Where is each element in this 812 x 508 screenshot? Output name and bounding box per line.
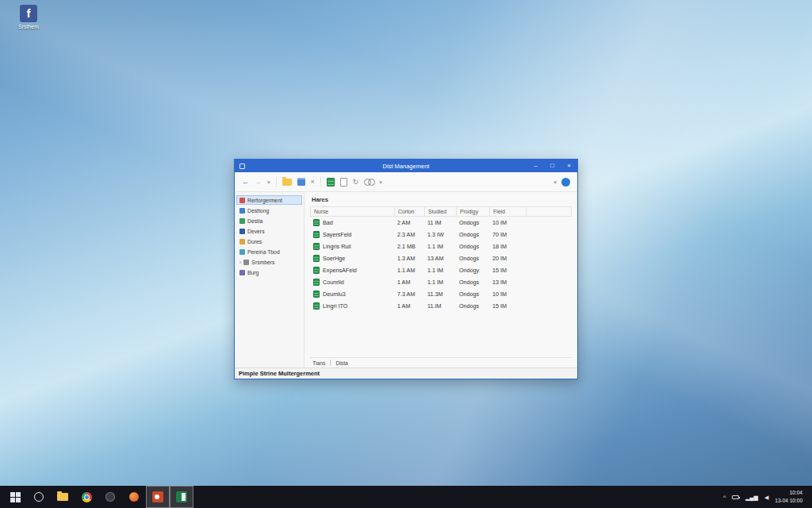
link-dropdown-icon[interactable]: ▾ (379, 179, 382, 185)
file-extra-cell: 15 IM (489, 267, 526, 274)
status-selection: Dista (335, 360, 348, 366)
powerpoint-button[interactable] (146, 486, 170, 508)
sidebar-item-label: Rerforgerment (247, 198, 282, 203)
taskbar-clock[interactable]: 10:04 13-04 10:00 (775, 489, 802, 505)
link-icon[interactable] (364, 179, 373, 185)
file-modified-cell: 11.3M (424, 291, 456, 298)
column-header[interactable]: Studied (425, 207, 457, 216)
properties-icon[interactable] (297, 178, 305, 186)
file-name-cell: Lingri ITO (310, 302, 394, 310)
file-extra-cell: 70 IM (489, 231, 526, 238)
table-row[interactable]: SayersFeld 2.3 AM 1.3 IW Ondogs 70 IM (310, 229, 572, 241)
excel-icon (176, 491, 187, 502)
file-explorer-button[interactable] (51, 486, 75, 508)
forward-icon[interactable]: → (255, 179, 262, 186)
minimize-button[interactable]: – (532, 160, 539, 171)
sidebar-item-pictures[interactable]: Dures (236, 237, 302, 246)
file-name-label: Lingris Ruil (323, 243, 351, 250)
table-row[interactable]: SoerHge 1.3 AM 13 AM Ondogs 20 IM (310, 252, 572, 264)
search-button[interactable] (27, 486, 51, 508)
column-header[interactable]: Field (490, 207, 527, 216)
videos-icon (239, 249, 245, 255)
back-icon[interactable]: ← (242, 179, 249, 186)
windows-logo-icon (10, 492, 21, 502)
window-title: Dist Management (235, 163, 577, 170)
clock-date: 13-04 10:00 (775, 497, 802, 505)
column-header[interactable] (527, 207, 571, 216)
breadcrumb: Hares (312, 196, 572, 203)
close-button[interactable]: × (565, 160, 573, 171)
tray-expand-icon[interactable]: ^ (723, 495, 726, 500)
file-name-label: Lingri ITO (323, 302, 347, 310)
help-icon[interactable] (561, 178, 570, 187)
recent-dropdown-icon[interactable]: ▾ (267, 179, 270, 185)
chrome-icon (82, 492, 92, 502)
volume-icon[interactable]: ◀ (764, 495, 768, 500)
table-row[interactable]: Deumlu3 7.3 AM 11.3M Ondogs 10 IM (310, 288, 572, 300)
close-x-icon[interactable]: × (311, 179, 315, 186)
file-size-cell: 7.3 AM (394, 291, 424, 298)
file-name-cell: Deumlu3 (310, 291, 394, 298)
file-modified-cell: 13 AM (424, 255, 456, 262)
excel-button[interactable] (170, 486, 193, 508)
sidebar-item-desktop[interactable]: Desttong (236, 206, 302, 215)
column-header[interactable]: Nurse (311, 207, 395, 216)
sidebar-item-label: Destia (247, 218, 262, 224)
file-modified-cell: 11.IM (424, 302, 456, 310)
network-icon[interactable]: ▂▄▆ (745, 495, 758, 500)
toolbar-separator (276, 177, 277, 187)
sidebar-item-videos[interactable]: Pereina Tbod (236, 247, 302, 256)
file-name-label: ExpensAFeld (323, 267, 357, 274)
refresh-icon[interactable]: ↻ (353, 179, 359, 186)
column-header[interactable]: Prodigy (457, 207, 490, 216)
powerpoint-icon (152, 491, 163, 502)
battery-icon[interactable] (732, 495, 739, 499)
file-name-label: Counrlid (323, 279, 344, 286)
spreadsheet-tool-icon[interactable] (327, 178, 335, 187)
file-name-cell: ExpensAFeld (310, 267, 394, 274)
more-dropdown-icon[interactable]: ▾ (553, 179, 557, 185)
clipboard-icon[interactable] (340, 178, 347, 187)
sidebar-item-computer[interactable]: › Srsmbers (236, 257, 302, 267)
spreadsheet-file-icon (313, 219, 320, 226)
file-extra-cell: 10 IM (489, 219, 526, 226)
chrome-button[interactable] (75, 486, 98, 508)
status-bar: Tians Dista (310, 357, 572, 368)
clock-time: 10:04 (775, 489, 802, 497)
start-button[interactable] (3, 486, 27, 508)
table-row[interactable]: Lingris Ruil 2.1 MB 1.1 IM Ondogs 18 IM (310, 241, 572, 252)
window-footer: Pimple Strine Multergerment (235, 368, 577, 379)
window-titlebar: Dist Management – □ × (235, 160, 577, 172)
search-icon (34, 492, 44, 502)
file-size-cell: 2.1 MB (394, 243, 424, 250)
sidebar-item-network[interactable]: Burg (236, 267, 302, 277)
file-name-label: SoerHge (323, 255, 345, 262)
dark-app-icon (105, 492, 115, 502)
new-folder-icon[interactable] (282, 179, 292, 186)
file-size-cell: 1.1 AM (394, 267, 424, 274)
spreadsheet-file-icon (313, 231, 320, 238)
desktop-shortcut[interactable]: f Srsthem (6, 5, 51, 29)
file-type-cell: Ondogs (456, 302, 489, 310)
table-row[interactable]: Lingri ITO 1 AM 11.IM Ondogs 15 IM (310, 300, 572, 312)
sidebar-item-downloads[interactable]: Destia (236, 216, 302, 225)
table-row[interactable]: ExpensAFeld 1.1 AM 1.1 IM Ondogy 15 IM (310, 264, 572, 276)
sidebar: Rerforgerment Desttong Destia Devers Dur… (235, 192, 304, 368)
window-icon (239, 164, 245, 169)
table-row[interactable]: Bad 2 AM 11 IM Ondogs 10 IM (310, 217, 572, 229)
app-button-dark[interactable] (98, 486, 122, 508)
file-name-cell: SoerHge (310, 255, 394, 262)
pictures-icon (239, 239, 245, 244)
sidebar-item-documents[interactable]: Devers (236, 226, 302, 236)
sidebar-item-quick-access[interactable]: Rerforgerment (236, 195, 302, 205)
column-header[interactable]: Corton (395, 207, 425, 216)
file-type-cell: Ondogs (456, 231, 489, 238)
file-name-label: SayersFeld (323, 231, 351, 238)
maximize-button[interactable]: □ (549, 160, 556, 171)
expand-chevron-icon[interactable]: › (239, 260, 241, 265)
firefox-button[interactable] (122, 486, 146, 508)
file-size-cell: 2.3 AM (394, 231, 424, 238)
spreadsheet-file-icon (313, 279, 320, 286)
table-row[interactable]: Counrlid 1 AM 1.1 IM Ondogs 13 IM (310, 276, 572, 288)
computer-icon (243, 260, 249, 265)
